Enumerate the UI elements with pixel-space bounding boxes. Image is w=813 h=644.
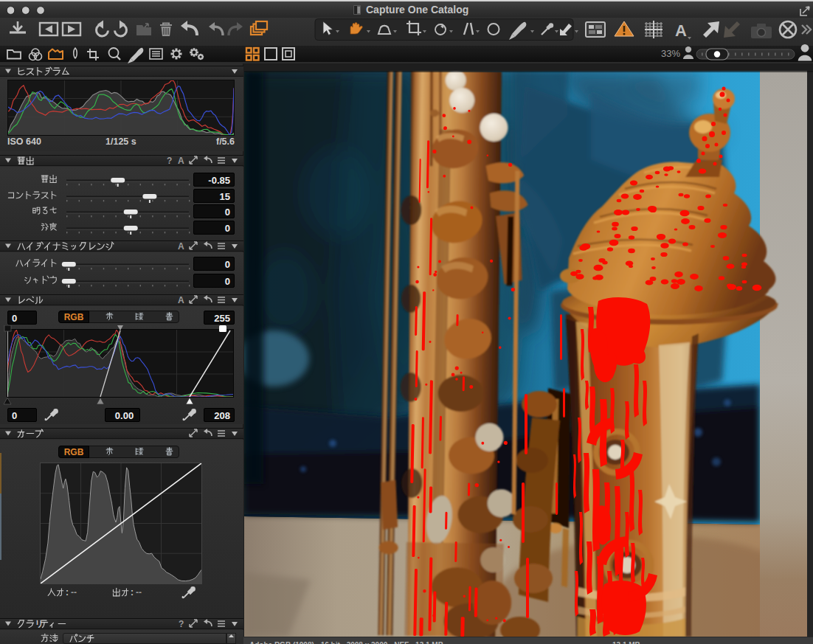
- svg-text:?: ?: [167, 156, 172, 166]
- svg-text::: :: [131, 587, 134, 598]
- svg-text:A: A: [178, 241, 184, 252]
- svg-text:?: ?: [179, 619, 184, 629]
- svg-text:--: --: [136, 587, 142, 598]
- svg-text:A: A: [178, 156, 184, 166]
- svg-text:33%: 33%: [661, 48, 680, 59]
- svg-text:A: A: [178, 295, 184, 305]
- svg-text:A: A: [675, 21, 687, 40]
- svg-text::: :: [66, 587, 69, 598]
- svg-text:--: --: [71, 587, 77, 598]
